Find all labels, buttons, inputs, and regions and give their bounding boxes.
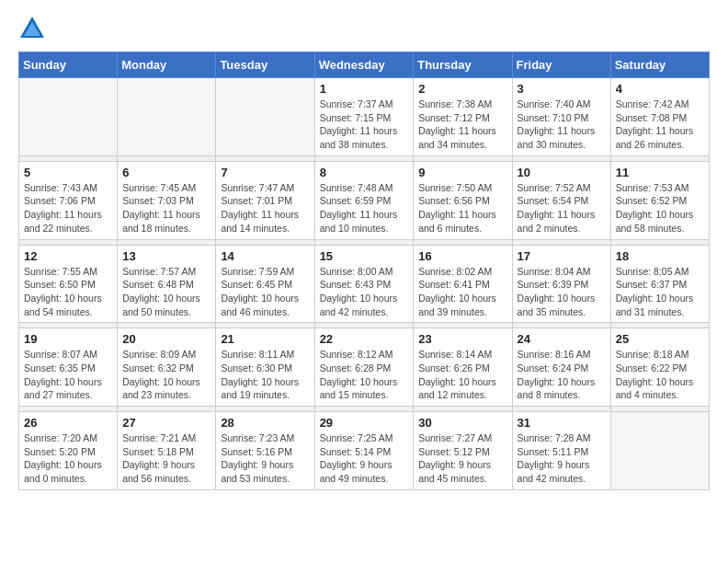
weekday-header-row: SundayMondayTuesdayWednesdayThursdayFrid…	[19, 52, 710, 78]
day-number: 31	[518, 416, 606, 430]
calendar-cell: 31Sunrise: 7:28 AM Sunset: 5:11 PM Dayli…	[512, 412, 610, 490]
logo-icon	[18, 15, 46, 42]
day-info: Sunrise: 7:37 AM Sunset: 7:15 PM Dayligh…	[320, 98, 409, 152]
calendar-table: SundayMondayTuesdayWednesdayThursdayFrid…	[18, 52, 710, 490]
day-number: 5	[24, 166, 112, 179]
day-info: Sunrise: 7:27 AM Sunset: 5:12 PM Dayligh…	[418, 431, 506, 486]
calendar-cell: 8Sunrise: 7:48 AM Sunset: 6:59 PM Daylig…	[314, 161, 414, 239]
calendar-cell: 9Sunrise: 7:50 AM Sunset: 6:56 PM Daylig…	[414, 161, 512, 239]
day-number: 1	[320, 82, 409, 96]
calendar-cell: 30Sunrise: 7:27 AM Sunset: 5:12 PM Dayli…	[414, 412, 512, 490]
calendar-week-row: 5Sunrise: 7:43 AM Sunset: 7:06 PM Daylig…	[19, 161, 710, 239]
day-number: 24	[518, 332, 606, 346]
day-info: Sunrise: 7:28 AM Sunset: 5:11 PM Dayligh…	[518, 431, 606, 486]
day-info: Sunrise: 7:53 AM Sunset: 6:52 PM Dayligh…	[616, 181, 704, 236]
day-number: 21	[221, 332, 309, 346]
day-info: Sunrise: 7:55 AM Sunset: 6:50 PM Dayligh…	[24, 265, 112, 319]
calendar-cell: 27Sunrise: 7:21 AM Sunset: 5:18 PM Dayli…	[118, 412, 216, 490]
day-info: Sunrise: 8:07 AM Sunset: 6:35 PM Dayligh…	[24, 348, 112, 402]
calendar-cell: 18Sunrise: 8:05 AM Sunset: 6:37 PM Dayli…	[610, 245, 709, 323]
weekday-header-monday: Monday	[118, 52, 216, 78]
calendar-week-row: 12Sunrise: 7:55 AM Sunset: 6:50 PM Dayli…	[19, 245, 710, 323]
day-info: Sunrise: 8:04 AM Sunset: 6:39 PM Dayligh…	[518, 265, 606, 319]
page-header	[18, 15, 710, 42]
day-info: Sunrise: 8:00 AM Sunset: 6:43 PM Dayligh…	[320, 265, 409, 319]
calendar-cell: 25Sunrise: 8:18 AM Sunset: 6:22 PM Dayli…	[610, 328, 709, 407]
calendar-cell: 12Sunrise: 7:55 AM Sunset: 6:50 PM Dayli…	[19, 245, 118, 323]
day-number: 11	[616, 166, 704, 179]
day-info: Sunrise: 7:48 AM Sunset: 6:59 PM Dayligh…	[320, 181, 409, 236]
calendar-cell: 22Sunrise: 8:12 AM Sunset: 6:28 PM Dayli…	[314, 328, 414, 407]
day-info: Sunrise: 7:42 AM Sunset: 7:08 PM Dayligh…	[616, 98, 704, 152]
day-number: 4	[616, 82, 704, 96]
calendar-cell: 23Sunrise: 8:14 AM Sunset: 6:26 PM Dayli…	[414, 328, 512, 407]
day-info: Sunrise: 7:50 AM Sunset: 6:56 PM Dayligh…	[418, 181, 506, 236]
day-info: Sunrise: 7:38 AM Sunset: 7:12 PM Dayligh…	[418, 98, 506, 152]
calendar-cell: 5Sunrise: 7:43 AM Sunset: 7:06 PM Daylig…	[19, 161, 118, 239]
day-number: 2	[418, 82, 506, 96]
day-info: Sunrise: 8:02 AM Sunset: 6:41 PM Dayligh…	[418, 265, 506, 319]
calendar-cell: 19Sunrise: 8:07 AM Sunset: 6:35 PM Dayli…	[19, 328, 118, 407]
calendar-cell	[118, 78, 216, 156]
day-number: 8	[320, 166, 409, 179]
day-number: 3	[518, 82, 606, 96]
day-info: Sunrise: 8:11 AM Sunset: 6:30 PM Dayligh…	[221, 348, 309, 402]
calendar-cell: 17Sunrise: 8:04 AM Sunset: 6:39 PM Dayli…	[512, 245, 610, 323]
calendar-cell	[216, 78, 314, 156]
calendar-cell: 13Sunrise: 7:57 AM Sunset: 6:48 PM Dayli…	[118, 245, 216, 323]
day-info: Sunrise: 8:16 AM Sunset: 6:24 PM Dayligh…	[518, 348, 606, 402]
calendar-cell: 14Sunrise: 7:59 AM Sunset: 6:45 PM Dayli…	[216, 245, 314, 323]
day-number: 17	[518, 249, 606, 263]
day-info: Sunrise: 8:12 AM Sunset: 6:28 PM Dayligh…	[320, 348, 409, 402]
day-number: 20	[122, 332, 210, 346]
day-number: 18	[616, 249, 704, 263]
calendar-week-row: 1Sunrise: 7:37 AM Sunset: 7:15 PM Daylig…	[19, 78, 710, 156]
day-number: 22	[320, 332, 409, 346]
day-number: 15	[320, 249, 409, 263]
calendar-cell: 28Sunrise: 7:23 AM Sunset: 5:16 PM Dayli…	[216, 412, 314, 490]
day-number: 27	[122, 416, 210, 430]
day-info: Sunrise: 7:40 AM Sunset: 7:10 PM Dayligh…	[518, 98, 606, 152]
day-info: Sunrise: 7:21 AM Sunset: 5:18 PM Dayligh…	[122, 431, 210, 486]
calendar-cell: 20Sunrise: 8:09 AM Sunset: 6:32 PM Dayli…	[118, 328, 216, 407]
day-number: 7	[221, 166, 309, 179]
calendar-cell: 15Sunrise: 8:00 AM Sunset: 6:43 PM Dayli…	[314, 245, 414, 323]
day-info: Sunrise: 8:09 AM Sunset: 6:32 PM Dayligh…	[122, 348, 210, 402]
day-info: Sunrise: 7:59 AM Sunset: 6:45 PM Dayligh…	[221, 265, 309, 319]
day-number: 14	[221, 249, 309, 263]
calendar-cell: 3Sunrise: 7:40 AM Sunset: 7:10 PM Daylig…	[512, 78, 610, 156]
calendar-cell: 29Sunrise: 7:25 AM Sunset: 5:14 PM Dayli…	[314, 412, 414, 490]
calendar-cell: 7Sunrise: 7:47 AM Sunset: 7:01 PM Daylig…	[216, 161, 314, 239]
calendar-cell: 1Sunrise: 7:37 AM Sunset: 7:15 PM Daylig…	[314, 78, 414, 156]
day-info: Sunrise: 8:05 AM Sunset: 6:37 PM Dayligh…	[616, 265, 704, 319]
calendar-cell: 6Sunrise: 7:45 AM Sunset: 7:03 PM Daylig…	[118, 161, 216, 239]
weekday-header-tuesday: Tuesday	[216, 52, 314, 78]
day-info: Sunrise: 7:57 AM Sunset: 6:48 PM Dayligh…	[122, 265, 210, 319]
day-number: 10	[518, 166, 606, 179]
day-number: 23	[418, 332, 506, 346]
calendar-cell: 24Sunrise: 8:16 AM Sunset: 6:24 PM Dayli…	[512, 328, 610, 407]
weekday-header-wednesday: Wednesday	[314, 52, 414, 78]
day-info: Sunrise: 7:52 AM Sunset: 6:54 PM Dayligh…	[518, 181, 606, 236]
day-number: 13	[122, 249, 210, 263]
calendar-cell: 21Sunrise: 8:11 AM Sunset: 6:30 PM Dayli…	[216, 328, 314, 407]
calendar-cell	[610, 412, 709, 490]
logo	[18, 15, 50, 42]
weekday-header-saturday: Saturday	[610, 52, 709, 78]
day-info: Sunrise: 7:20 AM Sunset: 5:20 PM Dayligh…	[24, 431, 112, 486]
calendar-cell: 10Sunrise: 7:52 AM Sunset: 6:54 PM Dayli…	[512, 161, 610, 239]
calendar-cell: 26Sunrise: 7:20 AM Sunset: 5:20 PM Dayli…	[19, 412, 118, 490]
day-info: Sunrise: 8:18 AM Sunset: 6:22 PM Dayligh…	[616, 348, 704, 402]
day-info: Sunrise: 7:47 AM Sunset: 7:01 PM Dayligh…	[221, 181, 309, 236]
day-number: 25	[616, 332, 704, 346]
day-info: Sunrise: 8:14 AM Sunset: 6:26 PM Dayligh…	[418, 348, 506, 402]
day-info: Sunrise: 7:25 AM Sunset: 5:14 PM Dayligh…	[320, 431, 409, 486]
calendar-cell: 11Sunrise: 7:53 AM Sunset: 6:52 PM Dayli…	[610, 161, 709, 239]
day-number: 16	[418, 249, 506, 263]
weekday-header-friday: Friday	[512, 52, 610, 78]
day-info: Sunrise: 7:45 AM Sunset: 7:03 PM Dayligh…	[122, 181, 210, 236]
calendar-cell: 2Sunrise: 7:38 AM Sunset: 7:12 PM Daylig…	[414, 78, 512, 156]
day-number: 28	[221, 416, 309, 430]
day-number: 9	[418, 166, 506, 179]
day-number: 26	[24, 416, 112, 430]
